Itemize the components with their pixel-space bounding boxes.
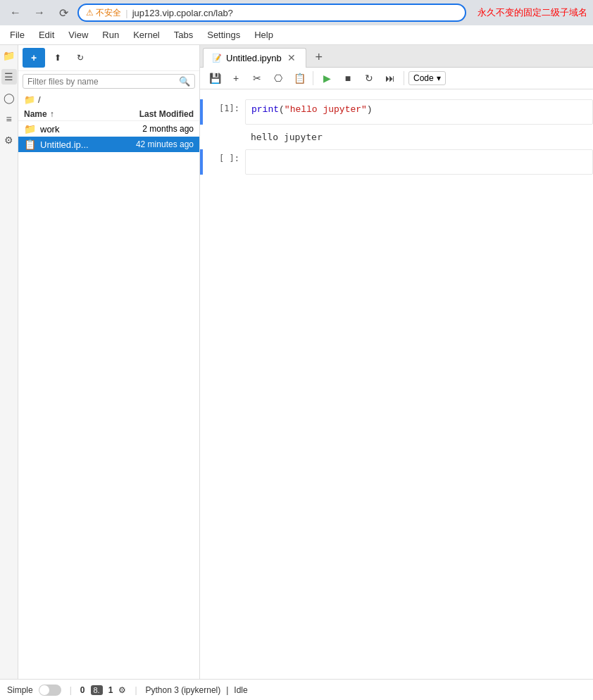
menubar: File Edit View Run Kernel Tabs Settings …: [0, 25, 593, 45]
notebook-cells: [1]: print("hello jupyter") hello jupyte…: [200, 89, 593, 679]
kernel-info-text: Python 3 (ipykernel): [146, 685, 221, 695]
search-icon: 🔍: [179, 76, 190, 87]
mode-label: Simple: [7, 685, 33, 695]
mode-toggle[interactable]: [39, 685, 61, 696]
sort-arrow-icon: ↑: [50, 109, 54, 119]
save-button[interactable]: 💾: [206, 70, 224, 87]
url-text: jup123.vip.cpolar.cn/lab?: [132, 8, 233, 18]
annotation-text: 永久不变的固定二级子域名: [477, 6, 587, 19]
cell-1-code[interactable]: print("hello jupyter"): [245, 99, 593, 125]
cell-type-label: Code: [413, 73, 434, 83]
toggle-knob: [39, 685, 49, 695]
address-bar[interactable]: ⚠ 不安全 | jup123.vip.cpolar.cn/lab?: [77, 4, 466, 22]
circle-icon[interactable]: ◯: [1, 90, 17, 106]
status-separator-3: |: [226, 685, 228, 695]
back-button[interactable]: ←: [6, 3, 25, 23]
add-tab-button[interactable]: +: [309, 49, 329, 66]
file-icon[interactable]: ☰: [1, 69, 17, 85]
file-name-untitled: Untitled.ip...: [40, 139, 116, 150]
notebook-toolbar: 💾 + ✂ ⎔ 📋 ▶ ■ ↻ ⏭ Code ▾: [200, 68, 593, 89]
notebook-area: 📝 Untitled.ipynb ✕ + 💾 + ✂ ⎔ 📋 ▶ ■ ↻ ⏭ C…: [200, 45, 593, 679]
menu-tabs[interactable]: Tabs: [167, 27, 200, 43]
file-date-untitled: 42 minutes ago: [116, 139, 194, 149]
notebook-icon: 📋: [24, 139, 36, 150]
output-line-1: hello jupyter: [251, 132, 587, 142]
left-sidebar-icons: 📁 ☰ ◯ ≡ ⚙: [0, 45, 18, 679]
cell-2-prompt: [ ]:: [203, 149, 245, 168]
add-cell-button[interactable]: +: [227, 70, 245, 87]
menu-file[interactable]: File: [3, 27, 32, 43]
cell-1-prompt: [1]:: [203, 99, 245, 118]
file-name-work: work: [40, 124, 116, 135]
code-line-1: print("hello jupyter"): [251, 104, 587, 115]
gear-icon[interactable]: ⚙: [118, 685, 126, 695]
modified-column-header[interactable]: Last Modified: [116, 109, 194, 119]
cell-2-code[interactable]: [245, 149, 593, 175]
status-count-2: 1: [108, 685, 113, 695]
path-text: /: [38, 94, 41, 105]
tab-close-button[interactable]: ✕: [286, 52, 297, 63]
file-list: 📁 work 2 months ago 📋 Untitled.ip... 42 …: [18, 121, 199, 679]
cell-1-output-content: hello jupyter: [245, 127, 593, 146]
notebook-tabs-bar: 📝 Untitled.ipynb ✕ +: [200, 45, 593, 68]
cell-1-input: [1]: print("hello jupyter"): [200, 99, 593, 125]
cell-1-output: hello jupyter: [200, 127, 593, 146]
notebook-tab-untitled[interactable]: 📝 Untitled.ipynb ✕: [203, 48, 306, 68]
file-search-input[interactable]: [27, 77, 179, 87]
menu-kernel[interactable]: Kernel: [126, 27, 167, 43]
tab-name: Untitled.ipynb: [226, 53, 282, 63]
list-icon[interactable]: ≡: [1, 111, 17, 127]
file-column-headers: Name ↑ Last Modified: [18, 108, 199, 121]
kernel-state-text: Idle: [234, 685, 247, 695]
refresh-button[interactable]: ⟳: [54, 3, 73, 23]
plus-icon: +: [31, 52, 37, 63]
file-browser-panel: + ⬆ ↻ 🔍 📁 / Name ↑ Last Modified 📁 work: [18, 45, 200, 679]
tab-notebook-icon: 📝: [212, 54, 222, 63]
toolbar-separator-1: [313, 71, 313, 85]
refresh-files-button[interactable]: ↻: [70, 48, 90, 68]
file-toolbar: + ⬆ ↻: [18, 45, 199, 71]
status-count-1: 0: [80, 685, 85, 695]
fast-forward-button[interactable]: ⏭: [381, 70, 399, 87]
menu-edit[interactable]: Edit: [32, 27, 61, 43]
menu-help[interactable]: Help: [247, 27, 280, 43]
cell-type-selector[interactable]: Code ▾: [408, 71, 446, 85]
restart-button[interactable]: ↻: [360, 70, 378, 87]
file-search-container: 🔍: [23, 74, 195, 89]
folder-icon-small: 📁: [24, 94, 35, 105]
kernel-badge: 8.: [91, 685, 103, 695]
folder-icon: 📁: [24, 123, 36, 135]
file-path-breadcrumb: 📁 /: [18, 92, 199, 108]
cell-1-output-prompt: [203, 127, 245, 136]
forward-button[interactable]: →: [30, 3, 49, 23]
dropdown-arrow-icon: ▾: [437, 73, 441, 83]
folder-icon[interactable]: 📁: [1, 48, 17, 63]
cell-1: [1]: print("hello jupyter") hello jupyte…: [200, 99, 593, 146]
status-separator-2: |: [135, 685, 137, 695]
paste-button[interactable]: 📋: [290, 70, 308, 87]
status-bar: Simple | 0 8. 1 ⚙ | Python 3 (ipykernel)…: [0, 679, 593, 700]
gear-icon[interactable]: ⚙: [1, 132, 17, 148]
cell-2: [ ]:: [200, 149, 593, 175]
menu-settings[interactable]: Settings: [200, 27, 247, 43]
status-separator-1: |: [70, 685, 72, 695]
file-row-untitled[interactable]: 📋 Untitled.ip... 42 minutes ago: [18, 137, 199, 152]
copy-button[interactable]: ⎔: [269, 70, 287, 87]
cut-button[interactable]: ✂: [248, 70, 266, 87]
toolbar-separator-2: [404, 71, 404, 85]
file-date-work: 2 months ago: [116, 124, 194, 134]
security-warning: ⚠ 不安全: [86, 7, 121, 19]
upload-button[interactable]: ⬆: [48, 48, 68, 68]
run-button[interactable]: ▶: [318, 70, 336, 87]
menu-run[interactable]: Run: [95, 27, 126, 43]
new-file-button[interactable]: +: [23, 48, 45, 68]
stop-button[interactable]: ■: [339, 70, 357, 87]
menu-view[interactable]: View: [61, 27, 95, 43]
file-row-work[interactable]: 📁 work 2 months ago: [18, 121, 199, 137]
name-column-header[interactable]: Name ↑: [24, 109, 116, 119]
